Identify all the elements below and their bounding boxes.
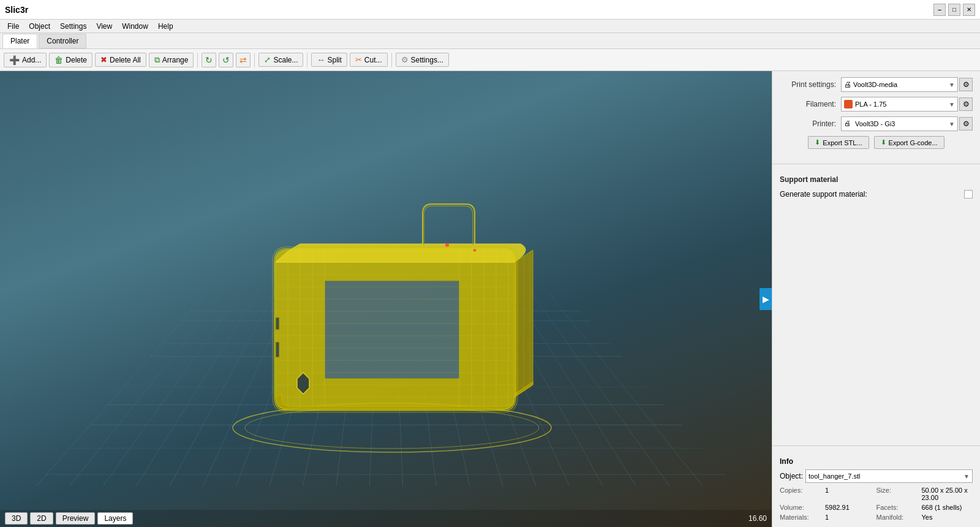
view-tab-3d[interactable]: 3D bbox=[5, 512, 28, 525]
toolbar: ➕ Add... 🗑 Delete ✖ Delete All ⧉ Arrange… bbox=[0, 49, 980, 71]
rotate-ccw-button[interactable]: ↺ bbox=[219, 53, 233, 67]
info-materials-row: Materials: 1 bbox=[780, 514, 876, 521]
export-stl-icon: ⬇ bbox=[815, 138, 820, 146]
menu-help[interactable]: Help bbox=[153, 21, 178, 32]
right-panel: Print settings: 🖨 Voolt3D-media ▼ ⚙ Fila… bbox=[772, 71, 980, 527]
viewport-object bbox=[0, 71, 772, 527]
delete-button[interactable]: 🗑 Delete bbox=[49, 53, 92, 67]
info-object-select[interactable]: tool_hanger_7.stl ▼ bbox=[805, 469, 973, 483]
menu-bar: File Object Settings View Window Help bbox=[0, 20, 980, 33]
generate-support-row: Generate support material: bbox=[780, 189, 973, 200]
printer-icon: 🖨 bbox=[844, 119, 853, 128]
info-volume-key: Volume: bbox=[780, 504, 823, 511]
viewport-scale: 16.60 bbox=[748, 514, 767, 523]
app-title: Slic3r bbox=[5, 5, 28, 15]
printer-gear-button[interactable]: ⚙ bbox=[959, 117, 973, 131]
menu-settings[interactable]: Settings bbox=[55, 21, 91, 32]
export-row: ⬇ Export STL... ⬇ Export G-code... bbox=[780, 136, 973, 149]
split-button[interactable]: ↔ Split bbox=[311, 53, 347, 67]
print-settings-gear-button[interactable]: ⚙ bbox=[959, 78, 973, 91]
info-manifold-key: Manifold: bbox=[876, 514, 919, 521]
rotate-cw-icon: ↻ bbox=[205, 55, 213, 65]
tab-plater[interactable]: Plater bbox=[2, 34, 37, 48]
export-stl-button[interactable]: ⬇ Export STL... bbox=[808, 136, 869, 149]
info-size-key: Size: bbox=[876, 487, 919, 501]
add-icon: ➕ bbox=[9, 55, 20, 65]
printer-select[interactable]: 🖨 Voolt3D - Gi3 ▼ bbox=[841, 116, 958, 131]
info-copies-val: 1 bbox=[825, 487, 829, 501]
info-section: Info Object: tool_hanger_7.stl ▼ Copies:… bbox=[772, 451, 980, 527]
svg-rect-26 bbox=[276, 317, 279, 330]
printer-value: Voolt3D - Gi3 bbox=[855, 120, 949, 127]
menu-view[interactable]: View bbox=[91, 21, 117, 32]
info-manifold-val: Yes bbox=[922, 514, 933, 521]
divider-1 bbox=[772, 164, 980, 164]
filament-value: PLA - 1.75 bbox=[855, 100, 949, 108]
toolbar-separator-4 bbox=[391, 53, 392, 67]
scale-button[interactable]: ⤢ Scale... bbox=[258, 53, 303, 67]
divider-2 bbox=[772, 445, 980, 446]
info-facets-val: 668 (1 shells) bbox=[922, 504, 962, 511]
info-materials-key: Materials: bbox=[780, 514, 823, 521]
info-copies-row: Copies: 1 bbox=[780, 487, 876, 501]
info-object-dropdown-icon: ▼ bbox=[963, 473, 970, 480]
maximize-button[interactable]: □ bbox=[948, 4, 960, 16]
delete-all-icon: ✖ bbox=[100, 55, 107, 64]
title-bar-controls[interactable]: ‒ □ ✕ bbox=[933, 4, 975, 16]
toolbar-separator-2 bbox=[254, 53, 255, 67]
minimize-button[interactable]: ‒ bbox=[933, 4, 946, 16]
delete-all-button[interactable]: ✖ Delete All bbox=[95, 53, 146, 67]
view-tabs: 3D 2D Preview Layers bbox=[5, 512, 133, 525]
svg-point-1 bbox=[245, 407, 539, 449]
printer-label: Printer: bbox=[780, 119, 841, 128]
view-tab-2d[interactable]: 2D bbox=[30, 512, 53, 525]
cut-button[interactable]: ✂ Cut... bbox=[350, 53, 388, 67]
info-size-row: Size: 50.00 x 25.00 x 23.00 bbox=[876, 487, 973, 501]
rotate-ccw-icon: ↺ bbox=[222, 55, 230, 65]
filament-color-dot bbox=[844, 100, 853, 108]
split-icon: ↔ bbox=[317, 55, 325, 64]
svg-point-27 bbox=[445, 243, 449, 247]
cut-icon: ✂ bbox=[355, 55, 362, 64]
tab-controller[interactable]: Controller bbox=[39, 34, 86, 48]
rotate-cw-button[interactable]: ↻ bbox=[202, 53, 216, 67]
info-manifold-row: Manifold: Yes bbox=[876, 514, 973, 521]
toolbar-separator-3 bbox=[307, 53, 307, 67]
info-size-val: 50.00 x 25.00 x 23.00 bbox=[922, 487, 973, 501]
printer-dropdown-icon: ▼ bbox=[949, 121, 955, 127]
info-grid: Copies: 1 Size: 50.00 x 25.00 x 23.00 Vo… bbox=[780, 487, 973, 521]
print-settings-section: Print settings: 🖨 Voolt3D-media ▼ ⚙ Fila… bbox=[772, 71, 980, 159]
filament-select[interactable]: PLA - 1.75 ▼ bbox=[841, 97, 958, 112]
menu-window[interactable]: Window bbox=[117, 21, 153, 32]
arrange-button[interactable]: ⧉ Arrange bbox=[149, 53, 194, 67]
info-volume-row: Volume: 5982.91 bbox=[780, 504, 876, 511]
menu-file[interactable]: File bbox=[2, 21, 24, 32]
generate-support-checkbox[interactable] bbox=[964, 190, 973, 199]
delete-icon: 🗑 bbox=[55, 55, 63, 65]
export-gcode-button[interactable]: ⬇ Export G-code... bbox=[874, 136, 944, 149]
info-materials-val: 1 bbox=[825, 514, 829, 521]
scale-icon: ⤢ bbox=[264, 55, 271, 64]
settings-button[interactable]: ⚙ Settings... bbox=[396, 53, 449, 67]
panel-toggle-button[interactable]: ▶ bbox=[760, 288, 772, 310]
filament-row: Filament: PLA - 1.75 ▼ ⚙ bbox=[780, 97, 973, 112]
menu-object[interactable]: Object bbox=[24, 21, 55, 32]
info-object-row: Object: tool_hanger_7.stl ▼ bbox=[780, 469, 973, 483]
viewport[interactable]: ▶ 3D 2D Preview Layers 16.60 bbox=[0, 71, 772, 527]
mirror-button[interactable]: ⇄ bbox=[236, 53, 251, 67]
add-button[interactable]: ➕ Add... bbox=[4, 53, 47, 67]
close-button[interactable]: ✕ bbox=[963, 4, 975, 16]
settings-icon: ⚙ bbox=[401, 55, 409, 64]
export-gcode-icon: ⬇ bbox=[881, 138, 886, 146]
info-copies-key: Copies: bbox=[780, 487, 823, 501]
print-settings-select[interactable]: 🖨 Voolt3D-media ▼ bbox=[841, 77, 958, 92]
title-bar-left: Slic3r bbox=[5, 5, 28, 15]
print-settings-row: Print settings: 🖨 Voolt3D-media ▼ ⚙ bbox=[780, 77, 973, 92]
info-header: Info bbox=[780, 457, 973, 466]
filament-gear-button[interactable]: ⚙ bbox=[959, 97, 973, 111]
generate-support-label: Generate support material: bbox=[780, 190, 867, 199]
support-material-header: Support material bbox=[780, 175, 973, 184]
view-tab-preview[interactable]: Preview bbox=[56, 512, 96, 525]
view-tab-layers[interactable]: Layers bbox=[97, 512, 133, 525]
main-area: ▶ 3D 2D Preview Layers 16.60 Print setti… bbox=[0, 71, 980, 527]
